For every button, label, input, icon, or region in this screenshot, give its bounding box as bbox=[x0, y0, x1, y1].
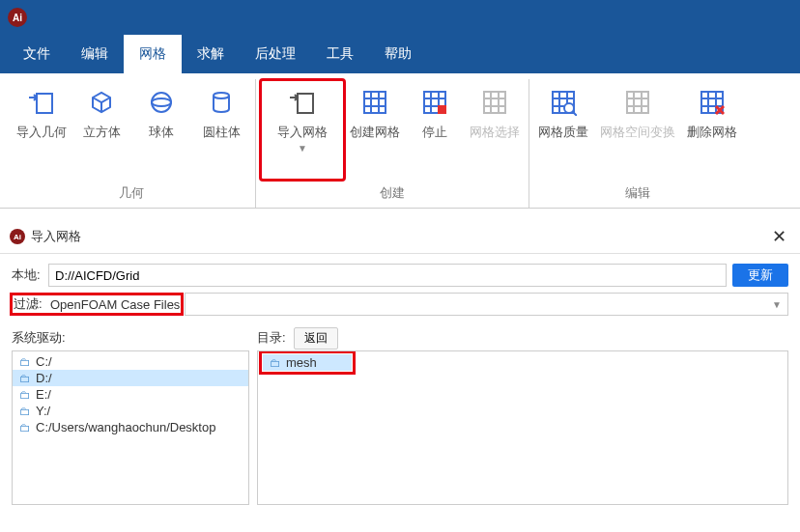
svg-point-3 bbox=[214, 93, 229, 98]
import-geometry-button[interactable]: 导入几何 bbox=[12, 79, 71, 181]
folder-icon: 🗀 bbox=[18, 388, 32, 402]
ribbon-group-title-create: 创建 bbox=[260, 181, 525, 208]
dialog-title: 导入网格 bbox=[31, 228, 81, 245]
sphere-label: 球体 bbox=[149, 124, 174, 141]
sphere-button[interactable]: 球体 bbox=[131, 79, 191, 181]
delete-mesh-label: 删除网格 bbox=[687, 124, 737, 141]
stop-label: 停止 bbox=[422, 124, 447, 141]
list-item[interactable]: 🗀C:/Users/wanghaochun/Desktop bbox=[13, 419, 248, 435]
folder-icon: 🗀 bbox=[18, 355, 32, 369]
ribbon-group-title-edit: 编辑 bbox=[533, 181, 742, 208]
mesh-quality-label: 网格质量 bbox=[538, 124, 588, 141]
filter-label: 过滤: bbox=[14, 295, 44, 313]
dialog-close-button[interactable]: ✕ bbox=[768, 226, 790, 247]
chevron-down-icon: ▼ bbox=[298, 143, 307, 154]
import-mesh-dialog: Ai 导入网格 ✕ 本地: 更新 过滤: OpenFOAM Case Files… bbox=[0, 220, 800, 515]
drives-listbox[interactable]: 🗀C:/ 🗀D:/ 🗀E:/ 🗀Y:/ 🗀C:/Users/wanghaochu… bbox=[12, 350, 249, 505]
dir-label: 目录: bbox=[257, 329, 286, 347]
sphere-icon bbox=[146, 87, 177, 118]
delete-mesh-button[interactable]: 删除网格 bbox=[682, 79, 742, 181]
list-item[interactable]: 🗀mesh bbox=[263, 354, 352, 371]
menubar: 文件 编辑 网格 求解 后处理 工具 帮助 bbox=[0, 35, 800, 73]
cube-button[interactable]: 立方体 bbox=[71, 79, 131, 181]
menu-file[interactable]: 文件 bbox=[8, 35, 66, 73]
filter-select[interactable]: ▼ bbox=[185, 293, 788, 316]
grid-delete-icon bbox=[697, 87, 728, 118]
folder-icon: 🗀 bbox=[269, 356, 282, 370]
mesh-transform-button[interactable]: 网格空间变换 bbox=[593, 79, 682, 181]
list-item[interactable]: 🗀C:/ bbox=[13, 353, 248, 370]
drives-label: 系统驱动: bbox=[12, 329, 66, 347]
cylinder-button[interactable]: 圆柱体 bbox=[191, 79, 251, 181]
ribbon-group-title-geometry: 几何 bbox=[12, 181, 251, 208]
cylinder-icon bbox=[206, 87, 237, 118]
dialog-titlebar: Ai 导入网格 ✕ bbox=[0, 220, 800, 254]
directory-panel: 目录: 返回 🗀mesh bbox=[257, 325, 788, 505]
svg-point-2 bbox=[152, 98, 171, 106]
svg-point-10 bbox=[564, 103, 574, 113]
create-mesh-label: 创建网格 bbox=[350, 124, 400, 141]
menu-edit[interactable]: 编辑 bbox=[66, 35, 124, 73]
ribbon-group-geometry: 导入几何 立方体 球体 圆柱体 几何 bbox=[8, 79, 256, 208]
import-mesh-label: 导入网格 bbox=[277, 124, 328, 141]
mesh-select-button[interactable]: 网格选择 bbox=[465, 79, 525, 181]
import-mesh-button[interactable]: 导入网格 ▼ bbox=[260, 79, 345, 181]
menu-mesh[interactable]: 网格 bbox=[124, 35, 182, 73]
cylinder-label: 圆柱体 bbox=[203, 124, 241, 141]
filter-value-text: OpenFOAM Case Files bbox=[50, 297, 180, 312]
cube-label: 立方体 bbox=[83, 124, 121, 141]
list-item[interactable]: 🗀E:/ bbox=[13, 386, 248, 403]
grid-search-icon bbox=[548, 87, 579, 118]
drives-panel: 系统驱动: 🗀C:/ 🗀D:/ 🗀E:/ 🗀Y:/ 🗀C:/Users/wang… bbox=[12, 325, 249, 505]
ribbon-group-edit: 网格质量 网格空间变换 删除网格 编辑 bbox=[529, 79, 746, 208]
list-item[interactable]: 🗀D:/ bbox=[13, 370, 248, 386]
grid-stop-icon bbox=[419, 87, 450, 118]
grid-select-icon bbox=[479, 87, 510, 118]
filter-row: 过滤: OpenFOAM Case Files ▼ bbox=[12, 293, 788, 316]
cube-icon bbox=[86, 87, 117, 118]
ribbon-group-create: 导入网格 ▼ 创建网格 停止 网格选择 创建 bbox=[256, 79, 529, 208]
mesh-quality-button[interactable]: 网格质量 bbox=[533, 79, 593, 181]
create-mesh-button[interactable]: 创建网格 bbox=[345, 79, 405, 181]
directory-listbox[interactable]: 🗀mesh bbox=[257, 350, 788, 505]
folder-icon: 🗀 bbox=[18, 372, 32, 385]
menu-help[interactable]: 帮助 bbox=[369, 35, 427, 73]
stop-button[interactable]: 停止 bbox=[405, 79, 465, 181]
dialog-app-icon: Ai bbox=[10, 229, 25, 244]
mesh-transform-label: 网格空间变换 bbox=[600, 124, 675, 141]
local-label: 本地: bbox=[12, 266, 43, 284]
ribbon: 导入几何 立方体 球体 圆柱体 几何 bbox=[0, 73, 800, 209]
grid-icon bbox=[359, 87, 390, 118]
grid-transform-icon bbox=[622, 87, 653, 118]
menu-solve[interactable]: 求解 bbox=[182, 35, 240, 73]
import-grid-icon bbox=[287, 87, 318, 118]
titlebar: Ai bbox=[0, 0, 800, 35]
local-path-input[interactable] bbox=[48, 264, 727, 287]
svg-rect-7 bbox=[438, 105, 446, 114]
menu-post[interactable]: 后处理 bbox=[240, 35, 311, 73]
app-icon: Ai bbox=[8, 8, 27, 27]
mesh-select-label: 网格选择 bbox=[470, 124, 520, 141]
import-box-icon bbox=[26, 87, 57, 118]
folder-icon: 🗀 bbox=[18, 421, 32, 434]
svg-rect-5 bbox=[364, 92, 386, 113]
menu-tools[interactable]: 工具 bbox=[311, 35, 369, 73]
svg-point-1 bbox=[152, 93, 171, 112]
chevron-down-icon: ▼ bbox=[772, 299, 782, 310]
svg-rect-0 bbox=[37, 94, 52, 113]
import-geometry-label: 导入几何 bbox=[16, 124, 67, 141]
list-item[interactable]: 🗀Y:/ bbox=[13, 403, 248, 419]
local-path-row: 本地: 更新 bbox=[12, 264, 788, 287]
folder-icon: 🗀 bbox=[18, 405, 32, 418]
back-button[interactable]: 返回 bbox=[294, 327, 338, 350]
svg-rect-8 bbox=[484, 92, 505, 113]
svg-rect-11 bbox=[627, 92, 648, 113]
svg-rect-4 bbox=[298, 94, 313, 113]
update-button[interactable]: 更新 bbox=[732, 264, 788, 287]
